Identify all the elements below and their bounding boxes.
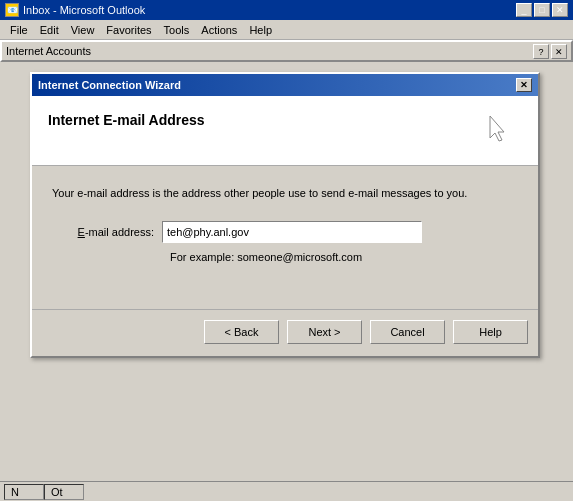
email-example: For example: someone@microsoft.com xyxy=(170,251,518,263)
outlook-title: Inbox - Microsoft Outlook xyxy=(23,4,512,16)
wizard-dialog: Internet Connection Wizard ✕ Internet E-… xyxy=(30,72,540,358)
wizard-title-text: Internet Connection Wizard xyxy=(38,79,181,91)
wizard-title-label: Internet Connection Wizard xyxy=(38,79,181,91)
email-input[interactable] xyxy=(162,221,422,243)
wizard-header-title: Internet E-mail Address xyxy=(48,112,205,128)
menu-favorites[interactable]: Favorites xyxy=(100,22,157,38)
email-label: E-mail address: xyxy=(52,226,162,238)
main-area: Internet Connection Wizard ✕ Internet E-… xyxy=(0,62,573,501)
wizard-header-icon xyxy=(482,112,522,152)
menu-help[interactable]: Help xyxy=(243,22,278,38)
outlook-app-icon: 📧 xyxy=(5,3,19,17)
wizard-description: Your e-mail address is the address other… xyxy=(52,186,518,201)
minimize-button[interactable]: _ xyxy=(516,3,532,17)
outlook-titlebar-buttons: _ □ ✕ xyxy=(516,3,568,17)
next-button[interactable]: Next > xyxy=(287,320,362,344)
statusbar-item-n: N xyxy=(4,484,44,500)
wizard-close-button[interactable]: ✕ xyxy=(516,78,532,92)
back-button[interactable]: < Back xyxy=(204,320,279,344)
cancel-button[interactable]: Cancel xyxy=(370,320,445,344)
menu-file[interactable]: File xyxy=(4,22,34,38)
menu-tools[interactable]: Tools xyxy=(158,22,196,38)
menu-edit[interactable]: Edit xyxy=(34,22,65,38)
svg-marker-0 xyxy=(490,116,504,141)
wizard-titlebar: Internet Connection Wizard ✕ xyxy=(32,74,538,96)
wizard-header: Internet E-mail Address xyxy=(32,96,538,166)
wizard-buttons: < Back Next > Cancel Help xyxy=(32,309,538,356)
close-button[interactable]: ✕ xyxy=(552,3,568,17)
outlook-titlebar: 📧 Inbox - Microsoft Outlook _ □ ✕ xyxy=(0,0,573,20)
statusbar-item-ot: Ot xyxy=(44,484,84,500)
accounts-bar-title: Internet Accounts xyxy=(6,45,91,57)
cursor-svg-icon xyxy=(482,112,514,144)
statusbar: N Ot xyxy=(0,481,573,501)
email-form-row: E-mail address: xyxy=(52,221,518,243)
accounts-bar: Internet Accounts ? ✕ xyxy=(0,40,573,62)
wizard-body: Your e-mail address is the address other… xyxy=(32,166,538,279)
menubar: File Edit View Favorites Tools Actions H… xyxy=(0,20,573,40)
help-button[interactable]: Help xyxy=(453,320,528,344)
email-label-accel: E xyxy=(78,226,85,238)
menu-actions[interactable]: Actions xyxy=(195,22,243,38)
accounts-help-button[interactable]: ? xyxy=(533,44,549,59)
accounts-close-button[interactable]: ✕ xyxy=(551,44,567,59)
menu-view[interactable]: View xyxy=(65,22,101,38)
maximize-button[interactable]: □ xyxy=(534,3,550,17)
accounts-bar-buttons: ? ✕ xyxy=(533,44,567,59)
